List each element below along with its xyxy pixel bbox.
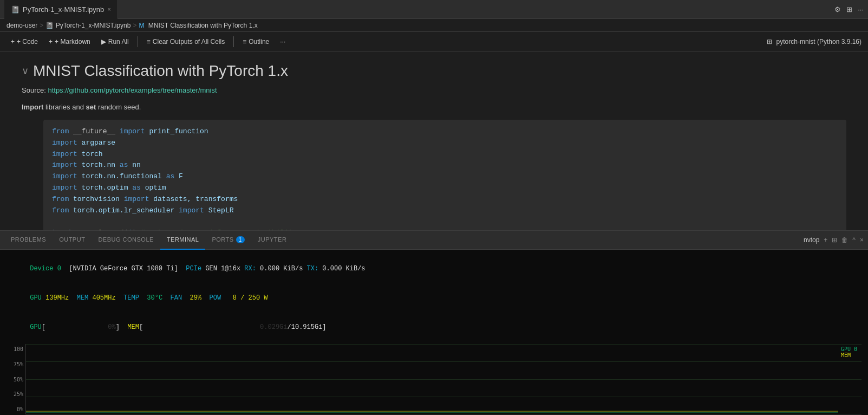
tab-terminal[interactable]: TERMINAL [160, 231, 206, 250]
chart-svg [26, 344, 862, 414]
notebook-area: ∨ MNIST Classification with PyTorch 1.x … [0, 51, 868, 230]
code-cell[interactable]: from __future__ import print_functionimp… [43, 120, 846, 230]
tab-jupyter[interactable]: JUPYTER [251, 231, 293, 250]
gpu-info-line: GPU 139MHz MEM 405MHz TEMP 30°C FAN 29% … [6, 283, 862, 313]
kernel-icon: ⊞ [767, 38, 772, 46]
panel-right-controls: nvtop + ⊞ 🗑 ^ × [804, 236, 864, 244]
trash-icon[interactable]: 🗑 [841, 236, 848, 244]
chevron-up-icon[interactable]: ^ [852, 236, 856, 244]
more-options-button[interactable]: ··· [276, 36, 290, 48]
breadcrumb-sep1: > [40, 22, 43, 29]
panel-area: PROBLEMS OUTPUT DEBUG CONSOLE TERMINAL P… [0, 230, 868, 415]
more-icon[interactable]: ··· [858, 5, 864, 14]
breadcrumb-sep2: > [133, 22, 136, 29]
notebook-tab[interactable]: 📓 PyTorch-1_x-MNIST.ipynb × [4, 0, 118, 19]
split-editor-icon[interactable]: ⊞ [832, 236, 837, 244]
notebook-source: Source: https://github.com/pytorch/examp… [22, 86, 846, 94]
code-cell-container: from __future__ import print_functionimp… [22, 120, 846, 230]
notebook-title: ∨ MNIST Classification with PyTorch 1.x [22, 62, 846, 80]
set-bold: set [86, 103, 96, 111]
terminal-area[interactable]: Device 0 [NVIDIA GeForce GTX 1080 Ti] PC… [0, 250, 868, 415]
outline-button[interactable]: ≡ Outline [238, 36, 273, 48]
tab-close-button[interactable]: × [107, 6, 110, 12]
close-panel-icon[interactable]: × [860, 236, 864, 244]
breadcrumb: demo-user > 📓 PyTorch-1_x-MNIST.ipynb > … [0, 19, 868, 32]
gpu-chart: 100 75% 50% 25% 0% [6, 344, 862, 414]
collapse-chevron[interactable]: ∨ [22, 65, 29, 77]
add-markdown-icon: + [49, 38, 53, 46]
chart-y-labels: 100 75% 50% 25% 0% [6, 344, 25, 414]
tab-output[interactable]: OUTPUT [53, 231, 92, 250]
gpu-mem-line: GPU[ 0%] MEM[ 0.029Gi/10.915Gi] [6, 313, 862, 342]
tab-ports[interactable]: PORTS 1 [205, 231, 251, 250]
import-bold: Import [22, 103, 43, 111]
run-all-icon: ▶ [101, 38, 106, 46]
toolbar: + + Code + + Markdown ▶ Run All ≡ Clear … [0, 32, 868, 51]
notebook-icon: 📓 [11, 5, 19, 14]
chart-legend: GPU 0 MEM [841, 346, 857, 358]
notebook-icon-small: 📓 [45, 22, 54, 29]
clear-outputs-icon: ≡ [147, 38, 151, 46]
breadcrumb-file[interactable]: 📓 PyTorch-1_x-MNIST.ipynb [45, 22, 130, 29]
notebook-title-text: MNIST Classification with PyTorch 1.x [33, 62, 288, 80]
settings-icon[interactable]: ⚙ [834, 5, 841, 14]
panel-tabs: PROBLEMS OUTPUT DEBUG CONSOLE TERMINAL P… [0, 231, 868, 250]
source-link[interactable]: https://github.com/pytorch/examples/tree… [48, 86, 217, 94]
toolbar-kernel-info: ⊞ pytorch-mnist (Python 3.9.16) [767, 38, 862, 46]
tab-bar: 📓 PyTorch-1_x-MNIST.ipynb × ⚙ ⊞ ··· [0, 0, 868, 19]
legend-mem: MEM [841, 352, 857, 358]
add-terminal-button[interactable]: + [824, 236, 827, 244]
tab-bar-right-icons: ⚙ ⊞ ··· [834, 5, 864, 14]
chart-body: GPU 0 MEM [25, 344, 862, 414]
device-line: Device 0 [NVIDIA GeForce GTX 1080 Ti] PC… [6, 254, 862, 283]
toolbar-separator [138, 36, 138, 47]
legend-gpu: GPU 0 [841, 346, 857, 352]
add-markdown-button[interactable]: + + Markdown [44, 36, 95, 48]
title-cell: ∨ MNIST Classification with PyTorch 1.x … [22, 62, 846, 111]
clear-outputs-button[interactable]: ≡ Clear Outputs of All Cells [142, 36, 229, 48]
run-all-button[interactable]: ▶ Run All [97, 36, 133, 48]
breadcrumb-indicator: M MNIST Classification with PyTorch 1.x [139, 22, 257, 29]
add-code-button[interactable]: + + Code [6, 36, 42, 48]
notebook-description: Import libraries and set random seed. [22, 103, 846, 111]
nvtop-label: nvtop [804, 236, 819, 244]
tab-debug-console[interactable]: DEBUG CONSOLE [92, 231, 160, 250]
tab-filename: PyTorch-1_x-MNIST.ipynb [23, 5, 104, 14]
add-code-icon: + [11, 38, 15, 46]
toolbar-separator2 [233, 36, 234, 47]
outline-icon: ≡ [243, 38, 246, 46]
layout-icon[interactable]: ⊞ [846, 5, 852, 14]
kernel-label[interactable]: pytorch-mnist (Python 3.9.16) [776, 38, 862, 46]
breadcrumb-user[interactable]: demo-user [6, 22, 37, 29]
ports-badge: 1 [236, 236, 245, 243]
tab-problems[interactable]: PROBLEMS [4, 231, 53, 250]
